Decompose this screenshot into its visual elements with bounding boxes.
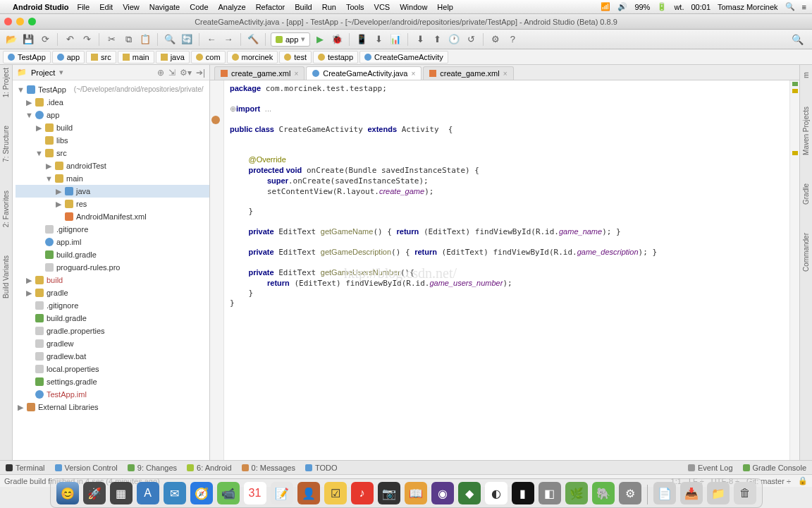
autoscroll-icon[interactable]: ⊕ [157,68,164,78]
dock-photobooth-icon[interactable]: 📷 [378,482,400,504]
dock-ibooks-icon[interactable]: 📖 [405,482,427,504]
save-icon[interactable]: 💾 [21,32,35,47]
menu-tools[interactable]: Tools [346,3,364,11]
dock-sourcetree-icon[interactable]: 🌿 [565,482,588,504]
close-tab-icon[interactable]: × [411,70,415,78]
tab-messages[interactable]: 0: Messages [242,464,295,472]
crumb-class[interactable]: CreateGameActivity [359,51,448,64]
code-editor[interactable]: package com.morcinek.test.testapp; ⊕impo… [210,80,799,460]
editor-tab-2[interactable]: CreateGameActivity.java× [306,66,422,80]
tree-src[interactable]: src [56,147,67,159]
dock-facetime-icon[interactable]: 📹 [217,482,240,504]
tree-buildgradle[interactable]: build.gradle [56,249,97,260]
warning-mark-icon[interactable] [792,151,798,155]
dock-document-icon[interactable]: 📄 [653,482,676,504]
close-tab-icon[interactable]: × [294,70,298,78]
menu-run[interactable]: Run [322,3,336,11]
tree-build[interactable]: build [56,122,73,133]
crumb-testapp2[interactable]: testapp [313,51,358,64]
tree-extlib[interactable]: External Libraries [38,401,99,413]
help-icon[interactable]: ? [505,32,519,47]
left-tab-buildvariants[interactable]: Build Variants [2,255,10,298]
dock-reminders-icon[interactable]: ☑ [324,482,347,504]
cut-icon[interactable]: ✂ [104,32,118,47]
tab-terminal[interactable]: Terminal [6,464,45,472]
dock-generic-icon[interactable]: ◧ [539,482,561,504]
editor-tab-3[interactable]: create_game.xml× [423,66,513,80]
crumb-java[interactable]: java [156,51,190,64]
menu-code[interactable]: Code [190,3,208,11]
dock-folder-icon[interactable]: 📁 [707,482,730,504]
dock-safari-icon[interactable]: 🧭 [190,482,213,504]
tree-idea[interactable]: .idea [47,97,63,108]
warning-mark-icon[interactable] [792,89,798,93]
debug-icon[interactable]: 🐞 [330,32,344,47]
menu-edit[interactable]: Edit [99,3,113,11]
tree-gitignore[interactable]: .gitignore [56,224,88,235]
left-tab-favorites[interactable]: 2: Favorites [2,190,10,227]
tab-eventlog[interactable]: Event Log [688,464,733,472]
crumb-main[interactable]: main [118,51,154,64]
tree-settingsgradle[interactable]: settings.gradle [47,376,97,387]
notification-icon[interactable]: ≡ [802,3,806,11]
make-icon[interactable]: 🔨 [246,32,260,47]
ddms-icon[interactable]: 📊 [388,32,402,47]
sdk-icon[interactable]: ⬇ [371,32,386,47]
paste-icon[interactable]: 📋 [138,32,152,47]
right-tab-commander[interactable]: Commander [802,233,810,272]
right-tab-gradle[interactable]: Gradle [802,183,810,205]
tree-java[interactable]: java [76,186,90,197]
find-icon[interactable]: 🔍 [163,32,177,47]
redo-icon[interactable]: ↷ [80,32,94,47]
tree-gradlew[interactable]: gradlew [47,338,74,349]
crumb-morcinek[interactable]: morcinek [227,51,278,64]
editor-gutter[interactable] [210,80,224,460]
tab-changes[interactable]: 9: Changes [128,464,177,472]
left-tab-structure[interactable]: 7: Structure [2,126,10,162]
dock-settings-icon[interactable]: ⚙ [619,482,641,504]
replace-icon[interactable]: 🔄 [180,32,194,47]
dock-appstore-icon[interactable]: A [137,482,159,504]
menu-window[interactable]: Window [400,3,427,11]
dock-downloads-icon[interactable]: 📥 [680,482,703,504]
dock-androidstudio-icon[interactable]: ◆ [458,482,481,504]
tree-libs[interactable]: libs [56,135,68,146]
tab-todo[interactable]: TODO [305,464,338,472]
dock-evernote-icon[interactable]: 🐘 [592,482,615,504]
tree-build2[interactable]: build [47,274,63,286]
crumb-app[interactable]: app [52,51,85,64]
project-tree[interactable]: ▼TestApp (~/Developer/android/repositori… [13,80,209,416]
tab-vcs[interactable]: Version Control [55,464,118,472]
close-tab-icon[interactable]: × [503,70,508,78]
menubar-app[interactable]: Android Studio [13,3,68,11]
project-scope-icon[interactable]: 📁 [17,68,27,77]
dock-missioncontrol-icon[interactable]: ▦ [110,482,133,504]
hide-icon[interactable]: ➔| [196,68,205,78]
volume-icon[interactable]: 🔊 [617,2,627,11]
menu-vcs[interactable]: VCS [374,3,390,11]
tab-android[interactable]: 6: Android [187,464,232,472]
crumb-test[interactable]: test [279,51,312,64]
tree-localprops[interactable]: local.properties [47,363,99,375]
spotlight-icon[interactable]: 🔍 [785,2,795,11]
undo-icon[interactable]: ↶ [63,32,77,47]
dock-calendar-icon[interactable]: 31 [244,482,266,504]
crumb-testapp[interactable]: TestApp [3,51,51,64]
run-config-selector[interactable]: app ▾ [271,32,310,47]
gutter-override-icon[interactable] [211,116,220,124]
copy-icon[interactable]: ⧉ [121,32,135,47]
sync-icon[interactable]: ⟳ [38,32,52,47]
dock-chrome-icon[interactable]: ◐ [485,482,508,504]
dock-finder-icon[interactable]: 😊 [56,482,79,504]
search-everywhere-icon[interactable]: 🔍 [792,34,804,45]
menu-help[interactable]: Help [437,3,453,11]
crumb-src[interactable]: src [86,51,116,64]
dock-terminal-icon[interactable]: ▮ [512,482,534,504]
tree-androidtest[interactable]: androidTest [66,160,106,171]
menu-file[interactable]: File [77,3,90,11]
vcs-history-icon[interactable]: 🕐 [447,32,461,47]
dock-mail-icon[interactable]: ✉ [164,482,186,504]
chevron-down-icon[interactable]: ▾ [59,68,63,77]
right-tab-maven[interactable]: Maven Projects [802,107,810,155]
tree-gitignore2[interactable]: .gitignore [47,300,78,311]
